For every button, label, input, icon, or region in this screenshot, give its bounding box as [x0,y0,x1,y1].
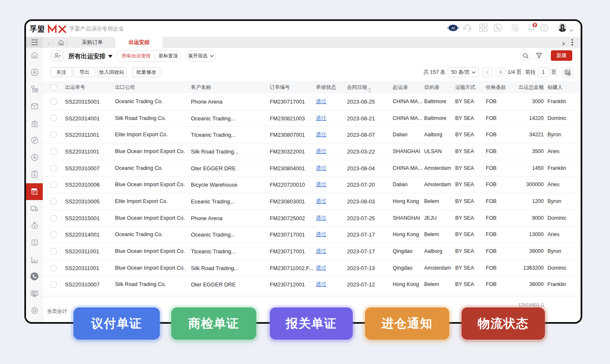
svg-text:7: 7 [534,23,536,27]
svg-text:AI: AI [451,26,455,30]
